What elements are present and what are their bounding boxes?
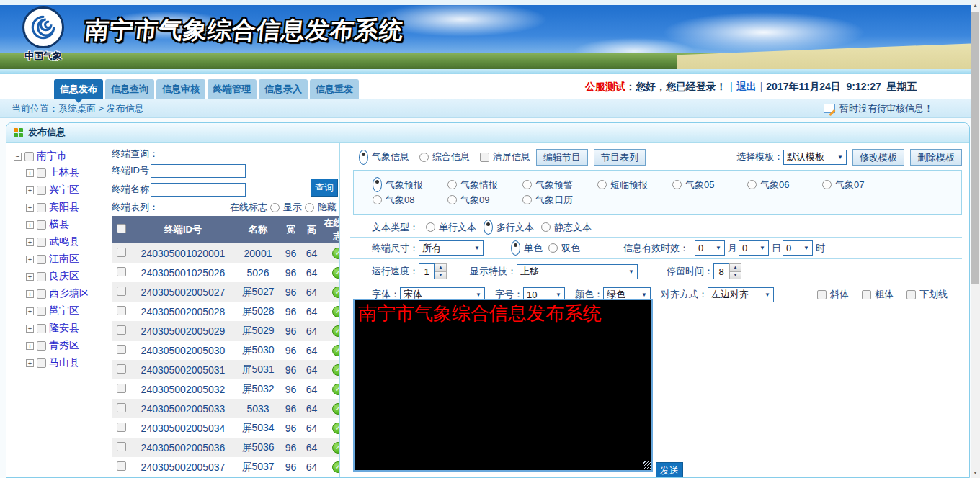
window-scrollbar[interactable]: ▲ ▼ <box>971 0 980 478</box>
row-checkbox[interactable] <box>117 461 126 471</box>
tree-item[interactable]: +上林县 <box>26 166 105 179</box>
style-checkbox[interactable]: 下划线 <box>906 288 948 301</box>
tree-checkbox[interactable] <box>37 289 46 299</box>
message-preview-canvas[interactable]: 南宁市气象综合信息发布系统 <box>353 299 653 472</box>
weather-type-radio[interactable]: 气象06 <box>747 177 822 192</box>
terminal-row[interactable]: 240305002005036屏50369664✓ <box>112 438 340 457</box>
row-checkbox[interactable] <box>117 345 126 354</box>
expand-icon[interactable]: + <box>26 238 34 246</box>
expand-icon[interactable]: + <box>26 221 34 229</box>
effect-select[interactable]: 上移▼ <box>517 264 638 279</box>
row-checkbox[interactable] <box>117 248 126 257</box>
scrollbar-thumb[interactable] <box>971 12 979 284</box>
nav-tab[interactable]: 信息审核 <box>156 79 205 99</box>
tree-root-checkbox[interactable] <box>24 152 34 161</box>
weather-type-radio[interactable]: 气象09 <box>447 192 522 207</box>
nav-tab[interactable]: 信息重发 <box>310 79 359 99</box>
spinner-up-icon[interactable]: ▲ <box>435 263 447 271</box>
weather-type-radio[interactable]: 气象日历 <box>522 192 597 207</box>
logout-link[interactable]: 退出 <box>736 81 757 92</box>
tree-item[interactable]: +隆安县 <box>26 322 105 335</box>
collapse-icon[interactable]: − <box>14 153 22 161</box>
terminal-row[interactable]: 240305002005030屏50309664✓ <box>112 341 340 360</box>
weather-type-radio[interactable]: 气象情报 <box>447 177 522 192</box>
tree-item[interactable]: +西乡塘区 <box>26 287 105 300</box>
tree-checkbox[interactable] <box>37 186 46 195</box>
validity-day-select[interactable]: 0▼ <box>739 240 769 256</box>
nav-tab[interactable]: 信息发布 <box>54 79 103 99</box>
row-checkbox[interactable] <box>117 306 126 315</box>
tree-item[interactable]: +横县 <box>26 218 105 231</box>
style-checkbox[interactable]: 粗体 <box>862 288 894 301</box>
spinner-down-icon[interactable]: ▼ <box>435 271 447 279</box>
text-type-radio[interactable]: 静态文本 <box>541 221 592 234</box>
tree-item[interactable]: +良庆区 <box>26 270 105 283</box>
speed-spinner[interactable]: 1 ▲▼ <box>419 263 447 279</box>
terminal-row[interactable]: 240305002005028屏50289664✓ <box>112 302 340 321</box>
text-type-radio[interactable]: 单行文本 <box>426 221 476 234</box>
row-checkbox[interactable] <box>117 287 126 296</box>
expand-icon[interactable]: + <box>26 273 34 281</box>
terminal-row[interactable]: 240305002005037屏50379664✓ <box>112 457 340 477</box>
tree-checkbox[interactable] <box>37 238 46 247</box>
expand-icon[interactable]: + <box>26 325 34 333</box>
delete-template-button[interactable]: 删除模板 <box>910 149 962 166</box>
row-checkbox[interactable] <box>117 364 126 374</box>
expand-icon[interactable]: + <box>26 169 34 177</box>
nav-tab[interactable]: 信息录入 <box>259 79 308 99</box>
scroll-up-icon[interactable]: ▲ <box>971 0 980 11</box>
expand-icon[interactable]: + <box>26 290 34 298</box>
tree-checkbox[interactable] <box>37 307 46 316</box>
weather-type-radio[interactable]: 短临预报 <box>597 177 672 192</box>
tree-checkbox[interactable] <box>37 341 46 351</box>
tree-checkbox[interactable] <box>37 272 46 281</box>
terminal-row[interactable]: 240305001020001200019664✓ <box>112 243 340 263</box>
style-checkbox[interactable]: 斜体 <box>817 288 849 301</box>
row-checkbox[interactable] <box>117 403 126 412</box>
row-checkbox[interactable] <box>117 384 126 393</box>
tree-item[interactable]: +宾阳县 <box>26 201 105 214</box>
color-mode-radio[interactable]: 单色 <box>511 240 543 256</box>
expand-icon[interactable]: + <box>26 307 34 315</box>
tree-root-item[interactable]: − 南宁市 <box>14 150 105 163</box>
terminal-row[interactable]: 24030500102502650269664✓ <box>112 263 340 282</box>
terminal-size-select[interactable]: 所有▼ <box>419 240 484 256</box>
show-radio[interactable]: 显示 <box>270 201 302 214</box>
validity-hour-select[interactable]: 0▼ <box>783 240 813 256</box>
tree-item[interactable]: +兴宁区 <box>26 184 105 197</box>
terminal-row[interactable]: 240305002005027屏50279664✓ <box>112 282 340 302</box>
program-list-button[interactable]: 节目表列 <box>594 149 646 166</box>
expand-icon[interactable]: + <box>26 359 34 367</box>
tree-item[interactable]: +江南区 <box>26 253 105 266</box>
tree-item[interactable]: +马山县 <box>26 356 105 369</box>
spinner-up-icon[interactable]: ▲ <box>729 263 741 271</box>
modify-template-button[interactable]: 修改模板 <box>852 149 904 166</box>
row-checkbox[interactable] <box>117 442 126 451</box>
terminal-row[interactable]: 240305002005034屏50349664✓ <box>112 418 340 438</box>
tree-checkbox[interactable] <box>37 203 46 212</box>
send-button[interactable]: 发送 <box>656 462 683 478</box>
weather-type-radio[interactable]: 气象08 <box>373 192 447 207</box>
weather-type-radio[interactable]: 气象05 <box>672 177 747 192</box>
weather-type-radio[interactable]: 气象预报 <box>373 177 447 192</box>
note-pencil-icon[interactable] <box>824 104 835 113</box>
breadcrumb-path[interactable]: 系统桌面 > 发布信息 <box>58 103 144 114</box>
info-type-radio[interactable]: 气象信息 <box>359 150 409 165</box>
hide-radio[interactable]: 隐藏 <box>305 201 337 214</box>
nav-tab[interactable]: 信息查询 <box>105 79 154 99</box>
edit-program-button[interactable]: 编辑节目 <box>536 149 588 166</box>
tree-checkbox[interactable] <box>37 324 46 333</box>
color-mode-radio[interactable]: 双色 <box>548 242 580 255</box>
tree-checkbox[interactable] <box>37 220 46 230</box>
spinner-down-icon[interactable]: ▼ <box>729 271 741 279</box>
select-all-checkbox[interactable] <box>117 224 126 233</box>
stay-spinner[interactable]: 8 ▲▼ <box>713 263 741 279</box>
query-button[interactable]: 查询 <box>311 179 338 197</box>
expand-icon[interactable]: + <box>26 342 34 350</box>
resize-handle-icon[interactable] <box>643 461 651 469</box>
clear-screen-checkbox[interactable]: 清屏信息 <box>480 150 530 163</box>
tree-checkbox[interactable] <box>37 255 46 264</box>
scroll-down-icon[interactable]: ▼ <box>971 467 980 478</box>
terminal-row[interactable]: 24030500200503350339664✓ <box>112 399 340 418</box>
terminal-row[interactable]: 240305002005031屏50319664✓ <box>112 360 340 379</box>
